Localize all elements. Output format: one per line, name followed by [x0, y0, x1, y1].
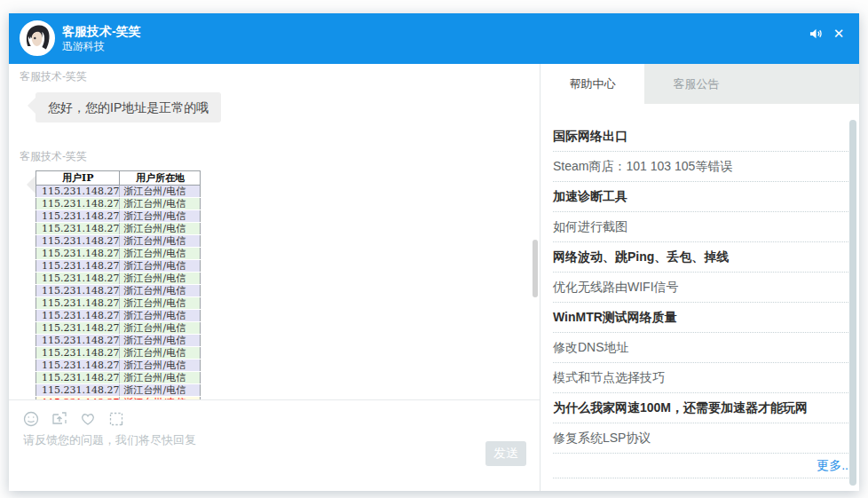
- chat-scrollbar[interactable]: [533, 240, 538, 297]
- company-name: 迅游科技: [62, 39, 141, 53]
- ip-table-cell: 浙江台州/电信: [120, 335, 201, 347]
- ip-table-cell: 115.231.148.27: [36, 223, 120, 235]
- message-input[interactable]: [23, 432, 414, 471]
- ip-table-cell: 115.231.148.27: [36, 372, 120, 384]
- ip-table-cell: 115.231.148.27: [36, 186, 120, 198]
- ip-table-row: 115.231.148.27浙江台州/电信: [36, 372, 201, 384]
- help-article-link[interactable]: 如何进行截图: [553, 212, 848, 242]
- screenshot-icon[interactable]: [51, 411, 67, 427]
- help-scrollbar[interactable]: [849, 120, 856, 486]
- ip-table-attachment: 用户IP用户所在地 115.231.148.27浙江台州/电信115.231.1…: [36, 170, 201, 399]
- help-article-link[interactable]: 模式和节点选择技巧: [553, 363, 848, 393]
- ip-table-cell: 浙江台州/电信: [120, 310, 201, 322]
- help-article-link[interactable]: WinMTR测试网络质量: [553, 303, 848, 333]
- ip-table-cell: 115.231.148.27: [36, 235, 120, 248]
- ip-table-row: 115.231.148.27浙江台州/电信: [36, 285, 201, 297]
- emoji-icon[interactable]: [23, 411, 39, 427]
- ip-table-cell: 浙江台州/电信: [120, 210, 201, 223]
- ip-table-cell: 浙江台州/电信: [120, 186, 201, 198]
- ip-table-row: 115.231.148.27浙江台州/电信: [36, 235, 201, 248]
- ip-table-cell: 115.231.148.27: [36, 347, 120, 360]
- ip-table: 用户IP用户所在地 115.231.148.27浙江台州/电信115.231.1…: [36, 170, 201, 399]
- title-bar: 客服技术-笑笑 迅游科技 ✕: [9, 13, 859, 64]
- ip-table-cell: 115.231.148.27: [36, 273, 120, 285]
- region-capture-icon[interactable]: [108, 411, 124, 427]
- favorite-icon[interactable]: [80, 411, 96, 427]
- ip-table-cell: 浙江台州/电信: [120, 360, 201, 372]
- ip-table-cell: 浙江台州/电信: [120, 372, 201, 384]
- ip-table-cell: 浙江台州/电信: [120, 347, 201, 360]
- ip-table-row: 115.231.148.27浙江台州/电信: [36, 297, 201, 310]
- help-article-list: 国际网络出口Steam商店：101 103 105等错误加速诊断工具如何进行截图…: [541, 104, 859, 478]
- help-article-link[interactable]: 修改DNS地址: [553, 333, 848, 363]
- ip-table-row: 115.231.148.27浙江台州/电信: [36, 310, 201, 322]
- ip-table-row: 115.231.148.27浙江台州/电信: [36, 198, 201, 210]
- ip-table-cell: 115.231.148.27: [36, 260, 120, 273]
- ip-table-cell: 115.231.148.27: [36, 210, 120, 223]
- ip-table-row: 115.231.148.27浙江台州/电信: [36, 360, 201, 372]
- help-article-link[interactable]: 国际网络出口: [553, 122, 848, 152]
- ip-table-row: 115.231.148.27浙江台州/电信: [36, 210, 201, 223]
- help-article-link[interactable]: 修复系统LSP协议: [553, 423, 848, 454]
- ip-table-cell: 115.231.148.27: [36, 384, 120, 397]
- contact-name: 客服技术-笑笑: [62, 23, 141, 39]
- close-icon[interactable]: ✕: [831, 27, 847, 41]
- ip-table-cell: 115.231.148.27: [36, 248, 120, 260]
- ip-table-row: 115.231.148.27浙江台州/电信: [36, 248, 201, 260]
- ip-table-row: 115.231.148.27浙江台州/电信: [36, 186, 201, 198]
- tab-help-center[interactable]: 帮助中心: [541, 64, 644, 104]
- tab-service-notice[interactable]: 客服公告: [644, 64, 748, 104]
- help-article-link[interactable]: Steam商店：101 103 105等错误: [553, 152, 848, 182]
- ip-table-row: 115.231.148.27浙江台州/电信: [36, 335, 201, 347]
- ip-table-cell: 115.231.148.27: [36, 360, 120, 372]
- ip-table-row: 115.231.148.27浙江台州/电信: [36, 347, 201, 360]
- ip-table-cell: 浙江台州/电信: [120, 235, 201, 248]
- ip-table-cell: 浙江台州/电信: [120, 322, 201, 335]
- ip-table-row: 115.231.148.27浙江台州/电信: [36, 223, 201, 235]
- ip-table-cell: 浙江台州/电信: [120, 260, 201, 273]
- ip-table-cell: 浙江台州/电信: [120, 384, 201, 397]
- composer: 发送: [9, 399, 540, 491]
- ip-table-cell: 浙江台州/电信: [120, 223, 201, 235]
- help-tabs: 帮助中心客服公告: [541, 64, 859, 104]
- ip-table-cell: 115.231.148.27: [36, 322, 120, 335]
- help-article-link[interactable]: 优化无线路由WIFI信号: [553, 273, 848, 303]
- ip-table-cell: 115.231.148.27: [36, 310, 120, 322]
- chat-panel: 客服技术-笑笑 您好，您的IP地址是正常的哦 客服技术-笑笑 用户IP用户所在地…: [9, 64, 540, 491]
- ip-table-header: 用户所在地: [120, 171, 201, 186]
- send-button[interactable]: 发送: [485, 441, 526, 466]
- help-article-link[interactable]: 加速诊断工具: [553, 182, 848, 212]
- chat-window: 客服技术-笑笑 迅游科技 ✕ 客服技术-笑笑 您好，您的IP地址是正常的哦 客服: [9, 13, 859, 491]
- help-article-link[interactable]: 为什么我家网速100M，还需要加速器才能玩网: [553, 393, 848, 423]
- ip-table-row: 115.231.148.27浙江台州/电信: [36, 260, 201, 273]
- ip-table-cell: 浙江台州/电信: [120, 273, 201, 285]
- agent-message-bubble: 您好，您的IP地址是正常的哦: [36, 92, 221, 123]
- ip-table-cell: 115.231.148.27: [36, 335, 120, 347]
- message-history: 客服技术-笑笑 您好，您的IP地址是正常的哦 客服技术-笑笑 用户IP用户所在地…: [9, 64, 540, 399]
- ip-table-cell: 浙江台州/电信: [120, 248, 201, 260]
- ip-table-cell: 115.231.148.27: [36, 198, 120, 210]
- avatar: [20, 20, 55, 56]
- help-article-link[interactable]: 网络波动、跳Ping、丢包、掉线: [553, 242, 848, 273]
- ip-table-cell: 115.231.148.27: [36, 285, 120, 297]
- ip-table-row: 115.231.148.27浙江台州/电信: [36, 273, 201, 285]
- sender-label: 客服技术-笑笑: [20, 149, 540, 163]
- ip-table-cell: 浙江台州/电信: [120, 198, 201, 210]
- ip-table-header: 用户IP: [36, 171, 120, 186]
- ip-table-cell: 浙江台州/电信: [120, 285, 201, 297]
- ip-table-cell: 浙江台州/电信: [120, 297, 201, 310]
- sender-label: 客服技术-笑笑: [20, 69, 540, 83]
- ip-table-row: 115.231.148.27浙江台州/电信: [36, 322, 201, 335]
- ip-table-row: 115.231.148.27浙江台州/电信: [36, 384, 201, 397]
- speaker-icon[interactable]: [808, 27, 824, 41]
- ip-table-cell: 115.231.148.27: [36, 297, 120, 310]
- more-link[interactable]: 更多..: [553, 454, 848, 478]
- help-panel: 帮助中心客服公告 国际网络出口Steam商店：101 103 105等错误加速诊…: [541, 64, 859, 491]
